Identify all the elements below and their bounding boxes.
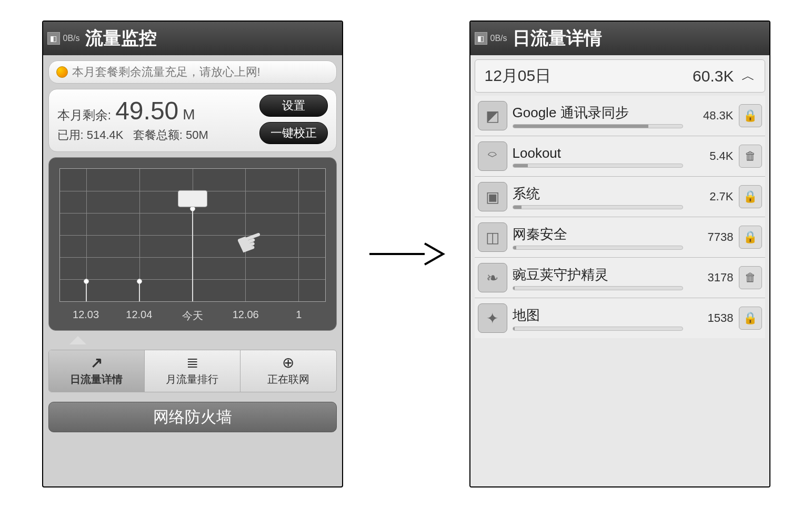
status-bar-b: ◧ 0B/s 日流量详情	[470, 22, 769, 55]
bottom-tab-bar: ↗ 日流量详情 ≣ 月流量排行 ⊕ 正在联网	[48, 350, 337, 392]
chart-plot-area[interactable]: ☛	[59, 168, 326, 302]
app-icon: ❧	[478, 263, 507, 292]
app-icon: ⌔	[478, 141, 507, 171]
app-usage-row[interactable]: ⌔Lookout5.4K🗑	[475, 136, 765, 176]
status-speed: 0B/s	[63, 34, 80, 43]
used-label: 已用:	[57, 128, 84, 141]
arrow-right-icon	[367, 238, 446, 270]
app-icon: ◩	[478, 101, 507, 130]
app-usage-value: 3178	[688, 271, 734, 285]
lock-icon[interactable]: 🔒	[739, 307, 762, 330]
remaining-value: 49.50	[115, 96, 178, 125]
app-name-label: 豌豆荚守护精灵	[513, 266, 683, 284]
app-usage-bar	[513, 124, 683, 128]
remaining-label: 本月剩余:	[57, 107, 112, 124]
globe-icon	[56, 66, 68, 78]
screen-a-body: 本月套餐剩余流量充足，请放心上网! 本月剩余: 49.50 M 已用: 514.…	[43, 55, 342, 486]
app-usage-row[interactable]: ◩Google 通讯录同步48.3K🔒	[475, 96, 765, 136]
app-usage-row[interactable]: ◫网秦安全7738🔒	[475, 217, 765, 257]
chart-x-tick: 12.03	[59, 309, 113, 323]
quota-label: 套餐总额:	[133, 128, 183, 141]
status-app-icon: ◧	[475, 32, 487, 45]
app-name-label: 网秦安全	[513, 225, 683, 243]
chart-data-point[interactable]	[84, 279, 89, 284]
firewall-button[interactable]: 网络防火墙	[48, 402, 337, 432]
summary-card: 本月剩余: 49.50 M 已用: 514.4K 套餐总额: 50M 设置 一键…	[48, 89, 337, 152]
chevron-up-icon: ︿	[741, 67, 755, 85]
tab-monthly-rank[interactable]: ≣ 月流量排行	[145, 350, 240, 392]
chart-x-axis: 12.0312.04今天12.061	[59, 309, 326, 323]
date-header-row[interactable]: 12月05日 60.3K ︿	[475, 59, 765, 93]
quota-value: 50M	[186, 128, 208, 141]
app-usage-row[interactable]: ✦地图1538🔒	[475, 298, 765, 338]
tab-live-network[interactable]: ⊕ 正在联网	[240, 350, 336, 392]
app-usage-bar	[513, 164, 683, 168]
quota-banner-text: 本月套餐剩余流量充足，请放心上网!	[72, 64, 260, 80]
app-icon: ✦	[478, 303, 507, 333]
app-usage-list: ◩Google 通讯录同步48.3K🔒⌔Lookout5.4K🗑▣系统2.7K🔒…	[475, 96, 765, 338]
app-usage-bar	[513, 246, 683, 250]
lock-icon[interactable]: 🔒	[739, 226, 762, 249]
daily-usage-chart[interactable]: ☛ 12.0312.04今天12.061	[48, 157, 337, 331]
screen-traffic-monitor: ◧ 0B/s 流量监控 本月套餐剩余流量充足，请放心上网! 本月剩余: 49.5…	[42, 21, 343, 487]
date-label: 12月05日	[485, 65, 552, 87]
app-usage-bar	[513, 205, 683, 209]
trash-icon[interactable]: 🗑	[739, 266, 762, 289]
tab-daily-label: 日流量详情	[70, 372, 123, 387]
app-usage-bar	[513, 286, 683, 290]
app-usage-value: 2.7K	[688, 190, 734, 204]
lock-icon[interactable]: 🔒	[739, 185, 762, 208]
screen-daily-detail: ◧ 0B/s 日流量详情 12月05日 60.3K ︿ ◩Google 通讯录同…	[469, 21, 770, 487]
chart-up-icon: ↗	[91, 355, 103, 370]
app-usage-row[interactable]: ❧豌豆荚守护精灵3178🗑	[475, 257, 765, 298]
page-title-b: 日流量详情	[513, 26, 602, 50]
quota-banner: 本月套餐剩余流量充足，请放心上网!	[48, 60, 337, 84]
app-name-label: Google 通讯录同步	[513, 104, 683, 122]
trash-icon[interactable]: 🗑	[739, 145, 762, 168]
remaining-unit: M	[183, 106, 195, 123]
tab-live-label: 正在联网	[267, 372, 309, 387]
used-value: 514.4K	[87, 128, 124, 141]
app-icon: ◫	[478, 222, 507, 252]
status-bar: ◧ 0B/s 流量监控	[43, 22, 342, 55]
app-name-label: Lookout	[513, 145, 683, 161]
tab-monthly-label: 月流量排行	[166, 372, 218, 387]
app-name-label: 地图	[513, 306, 683, 324]
status-app-icon: ◧	[47, 32, 60, 45]
app-icon: ▣	[478, 182, 507, 211]
app-usage-row[interactable]: ▣系统2.7K🔒	[475, 176, 765, 217]
chart-x-tick: 12.06	[219, 309, 272, 323]
chart-x-tick: 今天	[166, 309, 219, 323]
app-name-label: 系统	[513, 185, 683, 203]
app-usage-bar	[513, 327, 683, 331]
flow-arrow	[364, 238, 448, 270]
tab-daily-detail[interactable]: ↗ 日流量详情	[49, 350, 145, 392]
app-usage-value: 5.4K	[688, 149, 734, 163]
page-title-a: 流量监控	[85, 26, 157, 50]
date-total: 60.3K	[693, 67, 734, 85]
screen-b-body: 12月05日 60.3K ︿ ◩Google 通讯录同步48.3K🔒⌔Looko…	[470, 55, 769, 486]
app-usage-value: 48.3K	[688, 109, 734, 123]
chart-data-point[interactable]	[137, 279, 142, 284]
settings-button[interactable]: 设置	[259, 95, 328, 117]
app-usage-value: 1538	[688, 311, 734, 325]
status-speed: 0B/s	[490, 34, 507, 43]
bars-icon: ≣	[186, 355, 198, 370]
chart-x-tick: 1	[272, 309, 325, 323]
chart-x-tick: 12.04	[113, 309, 166, 323]
chart-tooltip	[178, 190, 207, 207]
globe-search-icon: ⊕	[282, 355, 294, 370]
calibrate-button[interactable]: 一键校正	[259, 122, 328, 144]
lock-icon[interactable]: 🔒	[739, 104, 762, 127]
app-usage-value: 7738	[688, 230, 734, 244]
active-tab-pointer	[48, 336, 337, 344]
